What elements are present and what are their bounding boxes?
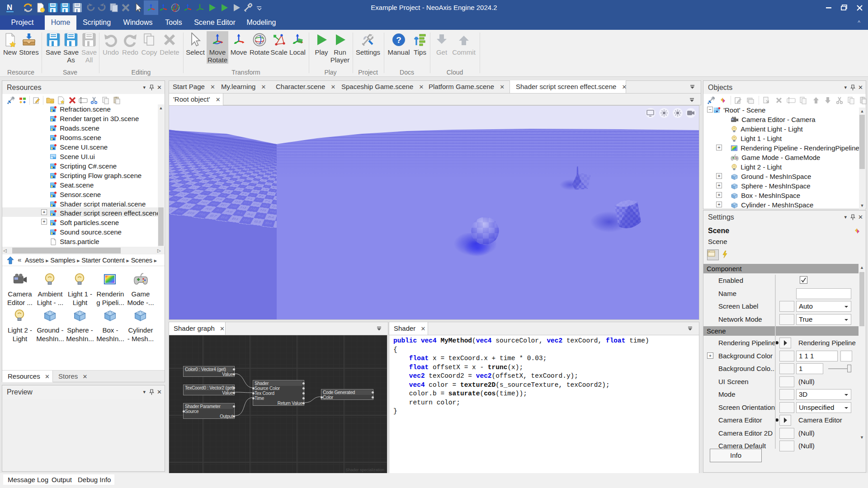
svg-text:?: ? (396, 35, 401, 45)
svg-text:N: N (7, 3, 12, 12)
